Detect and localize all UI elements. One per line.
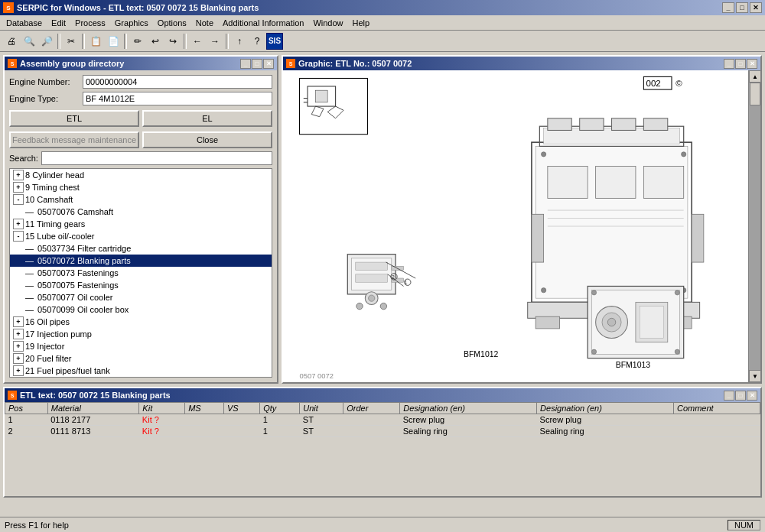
graphic-maximize[interactable]: □ [735,59,746,69]
redo-button[interactable]: ↪ [164,33,181,50]
table-maximize[interactable]: □ [735,391,746,401]
sis-button[interactable]: SIS [266,33,283,50]
app-icon: S [3,2,14,13]
maximize-button[interactable]: □ [736,2,748,13]
svg-point-19 [682,152,686,157]
svg-rect-46 [640,307,663,339]
toolbar: 🖨 🔍 🔎 ✂ 📋 📄 ✏ ↩ ↪ ← → ↑ ? SIS [0,31,765,52]
tree-item[interactable]: +21 Fuel pipes/fuel tank [10,365,272,377]
menu-note[interactable]: Note [191,17,218,29]
svg-point-48 [675,290,679,295]
edit-button[interactable]: ✏ [129,33,146,50]
menu-additional-info[interactable]: Additional Information [218,17,308,29]
minimize-button[interactable]: _ [722,2,734,13]
tree-container[interactable]: +8 Cylinder head+9 Timing chest-10 Camsh… [9,168,272,378]
svg-rect-16 [596,167,636,199]
tree-item[interactable]: —05070073 Fastenings [10,267,272,279]
menu-help[interactable]: Help [348,17,375,29]
tree-item[interactable]: +16 Oil pipes [10,316,272,328]
engine-number-input[interactable] [83,75,272,89]
svg-rect-28 [536,316,559,329]
graphic-close[interactable]: ✕ [747,59,757,69]
scroll-down[interactable]: ▼ [749,370,760,382]
undo-button[interactable]: ↩ [147,33,164,50]
close-button[interactable]: ✕ [750,2,762,13]
cell-material: 0118 2177 [47,414,139,426]
tree-item[interactable]: -10 Camshaft [10,193,272,206]
table-row[interactable]: 2 0111 8713 Kit ? 1 ST Sealing ring Seal… [5,426,760,437]
tree-item[interactable]: +11 Timing gears [10,218,272,230]
graphic-scrollbar[interactable]: ▲ ▼ [748,70,760,382]
table-row[interactable]: 1 0118 2177 Kit ? 1 ST Screw plug Screw … [5,414,760,426]
help-button[interactable]: ? [249,33,265,50]
menu-graphics[interactable]: Graphics [110,17,153,29]
cell-ms [185,414,224,426]
svg-text:BFM1013: BFM1013 [616,361,651,369]
assembly-close[interactable]: ✕ [263,59,274,69]
cell-unit: ST [300,414,343,426]
menu-options[interactable]: Options [153,17,191,29]
search-input[interactable] [41,151,272,165]
assembly-window: S Assembly group directory _ □ ✕ Engine … [3,55,278,384]
toolbar-separator-1 [57,34,60,49]
engine-type-input[interactable] [83,92,272,105]
top-row: S Assembly group directory _ □ ✕ Engine … [3,55,762,384]
close-dir-button[interactable]: Close [142,131,272,148]
print-button[interactable]: 🖨 [3,33,20,50]
tree-item[interactable]: —05070076 Camshaft [10,206,272,218]
tree-item[interactable]: +20 Fuel filter [10,352,272,365]
app-title: SERPIC for Windows - ETL text: 0507 0072… [17,3,259,12]
engine-diagram: 002 © BFM1012 BFM1013 0507 0072 1 [283,70,748,382]
search2-button[interactable]: 🔎 [38,33,55,50]
tree-item[interactable]: +9 Timing chest [10,181,272,193]
engine-type-label: Engine Type: [9,94,78,103]
tree-item[interactable]: +22 Suction pipe/air cleaner [10,377,272,378]
tree-item[interactable]: —05070072 Blanking parts [10,255,272,267]
tree-item[interactable]: +19 Injector [10,340,272,352]
scroll-up[interactable]: ▲ [749,70,760,83]
svg-rect-13 [612,118,636,131]
svg-text:2: 2 [392,274,395,281]
back-button[interactable]: ← [189,33,206,50]
col-des-en2: Designation (en) [537,403,674,414]
cell-kit[interactable]: Kit ? [139,414,185,426]
toolbar-separator-4 [184,34,187,49]
help-text: Press F1 for help [5,521,69,530]
svg-point-35 [369,295,375,301]
graphic-title-icon: S [286,59,295,68]
table-window: S ETL text: 0507 0072 15 Blanking parts … [3,387,762,498]
graphic-window: S Graphic: ETL No.: 0507 0072 _ □ ✕ [282,55,762,384]
assembly-minimize[interactable]: _ [240,59,251,69]
feedback-button[interactable]: Feedback message maintenance [9,131,139,148]
tree-item[interactable]: —05037734 Filter cartridge [10,242,272,255]
el-button[interactable]: EL [142,110,272,127]
copy-button[interactable]: 📋 [87,33,104,50]
menu-edit[interactable]: Edit [47,17,70,29]
graphic-minimize[interactable]: _ [724,59,734,69]
tree-item[interactable]: -15 Lube oil/-cooler [10,230,272,242]
search-button[interactable]: 🔍 [21,33,37,50]
assembly-maximize[interactable]: □ [252,59,262,69]
up-button[interactable]: ↑ [231,33,248,50]
tree-item[interactable]: —05070077 Oil cooler [10,291,272,303]
cell-material: 0111 8713 [47,426,139,437]
cut-button[interactable]: ✂ [63,33,80,50]
etl-button[interactable]: ETL [9,110,139,127]
forward-button[interactable]: → [207,33,223,50]
table-close[interactable]: ✕ [747,391,757,401]
cell-des-en2: Screw plug [537,414,674,426]
scroll-thumb[interactable] [750,83,760,105]
tree-item[interactable]: +17 Injection pump [10,328,272,340]
menu-process[interactable]: Process [70,17,110,29]
tree-item[interactable]: —05070099 Oil cooler box [10,303,272,316]
cell-comment [673,414,760,426]
menu-window[interactable]: Window [308,17,347,29]
table-minimize[interactable]: _ [724,391,734,401]
tree-item[interactable]: —05070075 Fastenings [10,279,272,291]
assembly-title-icon: S [8,59,17,68]
tree-item[interactable]: +8 Cylinder head [10,169,272,181]
paste-button[interactable]: 📄 [105,33,122,50]
svg-rect-23 [692,214,704,262]
menu-database[interactable]: Database [2,17,47,29]
cell-kit[interactable]: Kit ? [139,426,185,437]
